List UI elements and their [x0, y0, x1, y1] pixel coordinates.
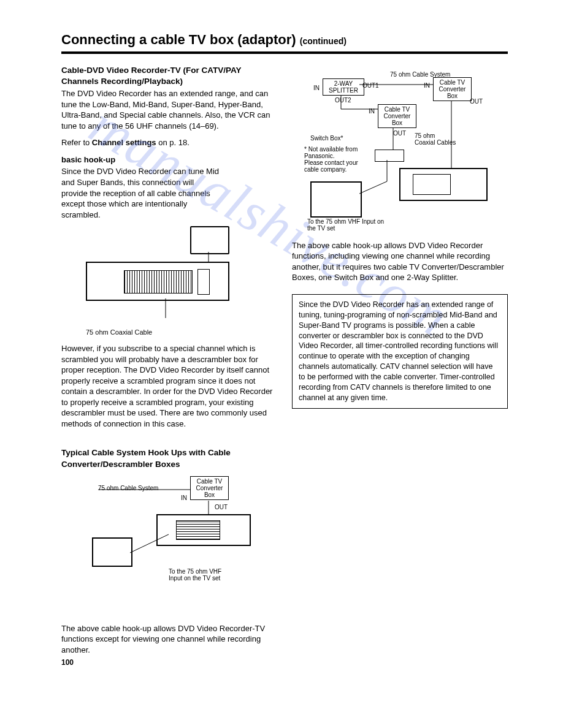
converter-box: Cable TV Converter Box: [190, 476, 229, 500]
label-in: IN: [181, 495, 187, 501]
diagram-typical-hookup: 75 ohm Cable System Cable TV Converter B…: [61, 476, 277, 605]
svg-line-10: [359, 181, 387, 194]
diagram-basic-hookup: [61, 226, 277, 324]
label-75ohm-system: 75 ohm Cable System: [98, 485, 158, 491]
switch-box: [375, 150, 404, 162]
title-rule: [61, 51, 508, 54]
refer-prefix: Refer to: [61, 138, 92, 147]
label-conv2-out: OUT: [393, 130, 406, 137]
title-main: Connecting a cable TV box (adaptor): [61, 32, 296, 47]
label-split-in: IN: [313, 85, 320, 91]
page-number: 100: [61, 658, 74, 667]
para-basic-hookup: Since the DVD Video Recorder can tune Mi…: [61, 166, 221, 220]
para-refer: Refer to Channel settings on p. 18.: [61, 137, 277, 148]
recorder-icon-2: [156, 514, 251, 546]
splitter-box: 2-WAY SPLITTER: [323, 78, 364, 96]
right-column: 75 ohm Cable System 2-WAY SPLITTER IN OU…: [292, 65, 508, 662]
refer-bold: Channel settings: [92, 138, 156, 147]
label-note: * Not available from Panasonic. Please c…: [304, 146, 372, 173]
label-conv1-out: OUT: [470, 98, 483, 105]
label-switchbox: Switch Box*: [310, 135, 343, 142]
converter-box-1: Cable TV Converter Box: [433, 77, 472, 101]
caption-coax: 75 ohm Coaxial Cable: [86, 328, 277, 337]
title-continued: (continued): [300, 36, 347, 46]
converter-box-2: Cable TV Converter Box: [378, 104, 416, 128]
label-out: OUT: [215, 504, 228, 510]
note-box-text: Since the DVD Video Recorder has an exte…: [299, 300, 498, 402]
label-out2: OUT2: [335, 97, 351, 104]
subhead-basic-hookup: basic hook-up: [61, 154, 277, 165]
tv-icon-2: [92, 537, 132, 567]
recorder-icon: [86, 262, 229, 301]
tv-icon-3: [310, 181, 362, 218]
caption-tv-input: To the 75 ohm VHF Input on the TV set: [169, 568, 230, 582]
label-coax: 75 ohm Coaxial Cables: [415, 132, 456, 146]
label-out1: OUT1: [362, 82, 379, 89]
left-column: Cable-DVD Video Recorder-TV (For CATV/PA…: [61, 65, 277, 662]
diagram-two-converter: 75 ohm Cable System 2-WAY SPLITTER IN OU…: [292, 71, 508, 237]
page-title: Connecting a cable TV box (adaptor) (con…: [61, 31, 508, 49]
tv-icon: [190, 226, 229, 254]
label-conv1-in: IN: [424, 82, 430, 89]
para-two-converter: The above cable hook-up allows DVD Video…: [292, 240, 508, 283]
para-intro: The DVD Video Recorder has an extended r…: [61, 88, 277, 131]
label-conv2-in: IN: [369, 108, 375, 115]
para-descrambler: However, if you subscribe to a special c…: [61, 343, 277, 429]
recorder-icon-3: [399, 168, 488, 201]
caption-tv-input-2: To the 75 ohm VHF Input on the TV set: [307, 218, 387, 232]
section-head-catv: Cable-DVD Video Recorder-TV (For CATV/PA…: [61, 65, 277, 87]
note-box: Since the DVD Video Recorder has an exte…: [292, 294, 508, 409]
refer-suffix: on p. 18.: [156, 138, 190, 147]
para-typical-result: The above cable hook-up allows DVD Video…: [61, 623, 277, 656]
section-head-typical: Typical Cable System Hook Ups with Cable…: [61, 447, 277, 469]
